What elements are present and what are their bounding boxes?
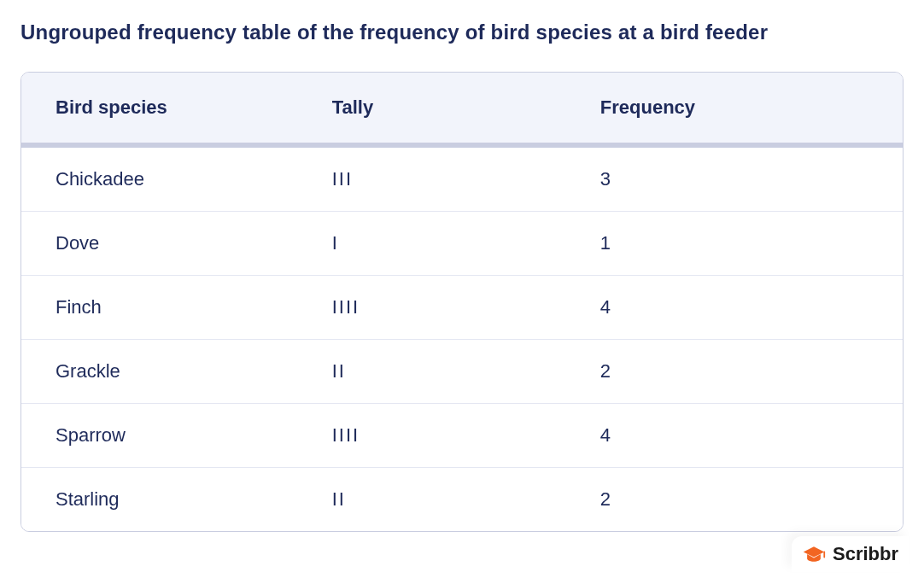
cell-frequency: 1	[600, 232, 868, 254]
graduation-cap-icon	[802, 545, 826, 564]
frequency-table: Bird species Tally Frequency Chickadee I…	[20, 72, 904, 532]
table-row: Starling II 2	[21, 468, 903, 531]
cell-frequency: 4	[600, 296, 868, 318]
cell-species: Dove	[56, 232, 332, 254]
cell-tally: II	[332, 488, 600, 511]
cell-species: Starling	[56, 488, 332, 511]
table-row: Dove I 1	[21, 212, 903, 276]
cell-species: Chickadee	[56, 168, 332, 190]
cell-tally: IIII	[332, 424, 600, 447]
table-row: Chickadee III 3	[21, 148, 903, 212]
cell-frequency: 2	[600, 360, 868, 383]
brand-badge: Scribbr	[792, 536, 909, 572]
cell-frequency: 3	[600, 168, 868, 190]
cell-tally: I	[332, 232, 600, 254]
table-row: Grackle II 2	[21, 340, 903, 404]
col-header-tally: Tally	[332, 96, 600, 119]
cell-species: Finch	[56, 296, 332, 318]
cell-species: Sparrow	[56, 424, 332, 447]
table-row: Finch IIII 4	[21, 276, 903, 340]
page-title: Ungrouped frequency table of the frequen…	[20, 20, 904, 44]
col-header-species: Bird species	[56, 96, 332, 119]
col-header-frequency: Frequency	[600, 96, 868, 119]
table-header-row: Bird species Tally Frequency	[21, 73, 903, 148]
table-row: Sparrow IIII 4	[21, 404, 903, 468]
cell-frequency: 2	[600, 488, 868, 511]
cell-tally: III	[332, 168, 600, 190]
brand-name: Scribbr	[833, 543, 898, 565]
cell-frequency: 4	[600, 424, 868, 447]
cell-species: Grackle	[56, 360, 332, 383]
cell-tally: IIII	[332, 296, 600, 318]
cell-tally: II	[332, 360, 600, 383]
